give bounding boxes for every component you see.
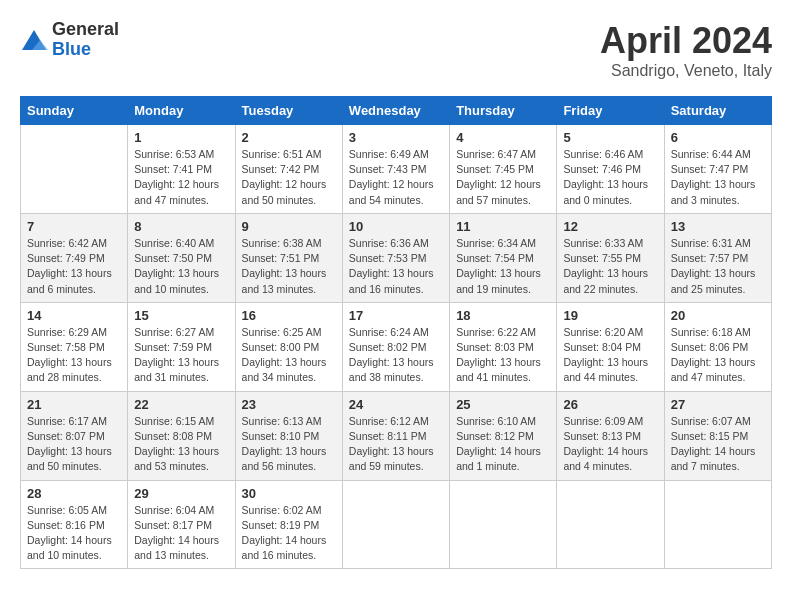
month-title: April 2024 [600,20,772,62]
day-cell: 20Sunrise: 6:18 AMSunset: 8:06 PMDayligh… [664,302,771,391]
day-number: 4 [456,130,550,145]
week-row-1: 1Sunrise: 6:53 AMSunset: 7:41 PMDaylight… [21,125,772,214]
day-cell: 30Sunrise: 6:02 AMSunset: 8:19 PMDayligh… [235,480,342,569]
day-number: 18 [456,308,550,323]
day-info: Sunrise: 6:15 AMSunset: 8:08 PMDaylight:… [134,414,228,475]
day-number: 26 [563,397,657,412]
header-cell-saturday: Saturday [664,97,771,125]
day-info: Sunrise: 6:51 AMSunset: 7:42 PMDaylight:… [242,147,336,208]
day-number: 30 [242,486,336,501]
day-info: Sunrise: 6:53 AMSunset: 7:41 PMDaylight:… [134,147,228,208]
day-info: Sunrise: 6:05 AMSunset: 8:16 PMDaylight:… [27,503,121,564]
day-info: Sunrise: 6:40 AMSunset: 7:50 PMDaylight:… [134,236,228,297]
day-number: 12 [563,219,657,234]
day-cell [450,480,557,569]
day-info: Sunrise: 6:36 AMSunset: 7:53 PMDaylight:… [349,236,443,297]
day-info: Sunrise: 6:44 AMSunset: 7:47 PMDaylight:… [671,147,765,208]
day-cell: 29Sunrise: 6:04 AMSunset: 8:17 PMDayligh… [128,480,235,569]
day-cell: 7Sunrise: 6:42 AMSunset: 7:49 PMDaylight… [21,213,128,302]
day-cell [342,480,449,569]
day-cell [664,480,771,569]
day-number: 6 [671,130,765,145]
day-cell: 19Sunrise: 6:20 AMSunset: 8:04 PMDayligh… [557,302,664,391]
header-cell-monday: Monday [128,97,235,125]
day-cell: 21Sunrise: 6:17 AMSunset: 8:07 PMDayligh… [21,391,128,480]
day-cell: 22Sunrise: 6:15 AMSunset: 8:08 PMDayligh… [128,391,235,480]
day-info: Sunrise: 6:47 AMSunset: 7:45 PMDaylight:… [456,147,550,208]
day-number: 20 [671,308,765,323]
day-number: 24 [349,397,443,412]
day-number: 10 [349,219,443,234]
week-row-4: 21Sunrise: 6:17 AMSunset: 8:07 PMDayligh… [21,391,772,480]
day-cell [557,480,664,569]
day-cell: 18Sunrise: 6:22 AMSunset: 8:03 PMDayligh… [450,302,557,391]
calendar-table: SundayMondayTuesdayWednesdayThursdayFrid… [20,96,772,569]
day-cell: 24Sunrise: 6:12 AMSunset: 8:11 PMDayligh… [342,391,449,480]
day-number: 17 [349,308,443,323]
logo: General Blue [20,20,119,60]
day-cell: 12Sunrise: 6:33 AMSunset: 7:55 PMDayligh… [557,213,664,302]
day-cell: 6Sunrise: 6:44 AMSunset: 7:47 PMDaylight… [664,125,771,214]
week-row-5: 28Sunrise: 6:05 AMSunset: 8:16 PMDayligh… [21,480,772,569]
day-cell: 4Sunrise: 6:47 AMSunset: 7:45 PMDaylight… [450,125,557,214]
day-cell: 13Sunrise: 6:31 AMSunset: 7:57 PMDayligh… [664,213,771,302]
day-info: Sunrise: 6:27 AMSunset: 7:59 PMDaylight:… [134,325,228,386]
day-number: 22 [134,397,228,412]
day-number: 29 [134,486,228,501]
day-info: Sunrise: 6:49 AMSunset: 7:43 PMDaylight:… [349,147,443,208]
day-cell: 9Sunrise: 6:38 AMSunset: 7:51 PMDaylight… [235,213,342,302]
header-cell-friday: Friday [557,97,664,125]
day-cell: 16Sunrise: 6:25 AMSunset: 8:00 PMDayligh… [235,302,342,391]
logo-blue: Blue [52,40,119,60]
day-number: 8 [134,219,228,234]
day-number: 13 [671,219,765,234]
day-info: Sunrise: 6:12 AMSunset: 8:11 PMDaylight:… [349,414,443,475]
day-info: Sunrise: 6:09 AMSunset: 8:13 PMDaylight:… [563,414,657,475]
title-area: April 2024 Sandrigo, Veneto, Italy [600,20,772,80]
logo-icon [20,26,48,54]
day-cell: 11Sunrise: 6:34 AMSunset: 7:54 PMDayligh… [450,213,557,302]
day-number: 1 [134,130,228,145]
day-info: Sunrise: 6:07 AMSunset: 8:15 PMDaylight:… [671,414,765,475]
day-cell: 23Sunrise: 6:13 AMSunset: 8:10 PMDayligh… [235,391,342,480]
day-cell: 25Sunrise: 6:10 AMSunset: 8:12 PMDayligh… [450,391,557,480]
day-cell: 14Sunrise: 6:29 AMSunset: 7:58 PMDayligh… [21,302,128,391]
day-info: Sunrise: 6:10 AMSunset: 8:12 PMDaylight:… [456,414,550,475]
day-cell: 27Sunrise: 6:07 AMSunset: 8:15 PMDayligh… [664,391,771,480]
day-number: 3 [349,130,443,145]
logo-text: General Blue [52,20,119,60]
day-cell: 26Sunrise: 6:09 AMSunset: 8:13 PMDayligh… [557,391,664,480]
day-cell: 5Sunrise: 6:46 AMSunset: 7:46 PMDaylight… [557,125,664,214]
day-number: 21 [27,397,121,412]
page-header: General Blue April 2024 Sandrigo, Veneto… [20,20,772,80]
calendar-body: 1Sunrise: 6:53 AMSunset: 7:41 PMDaylight… [21,125,772,569]
day-number: 7 [27,219,121,234]
day-number: 28 [27,486,121,501]
day-number: 19 [563,308,657,323]
day-info: Sunrise: 6:17 AMSunset: 8:07 PMDaylight:… [27,414,121,475]
header-cell-wednesday: Wednesday [342,97,449,125]
day-info: Sunrise: 6:24 AMSunset: 8:02 PMDaylight:… [349,325,443,386]
day-info: Sunrise: 6:22 AMSunset: 8:03 PMDaylight:… [456,325,550,386]
day-number: 5 [563,130,657,145]
day-info: Sunrise: 6:34 AMSunset: 7:54 PMDaylight:… [456,236,550,297]
day-cell: 1Sunrise: 6:53 AMSunset: 7:41 PMDaylight… [128,125,235,214]
day-info: Sunrise: 6:04 AMSunset: 8:17 PMDaylight:… [134,503,228,564]
calendar-header: SundayMondayTuesdayWednesdayThursdayFrid… [21,97,772,125]
header-cell-tuesday: Tuesday [235,97,342,125]
day-info: Sunrise: 6:02 AMSunset: 8:19 PMDaylight:… [242,503,336,564]
day-cell: 2Sunrise: 6:51 AMSunset: 7:42 PMDaylight… [235,125,342,214]
day-number: 16 [242,308,336,323]
day-cell [21,125,128,214]
day-number: 14 [27,308,121,323]
header-row: SundayMondayTuesdayWednesdayThursdayFrid… [21,97,772,125]
day-cell: 17Sunrise: 6:24 AMSunset: 8:02 PMDayligh… [342,302,449,391]
week-row-2: 7Sunrise: 6:42 AMSunset: 7:49 PMDaylight… [21,213,772,302]
day-info: Sunrise: 6:29 AMSunset: 7:58 PMDaylight:… [27,325,121,386]
day-cell: 10Sunrise: 6:36 AMSunset: 7:53 PMDayligh… [342,213,449,302]
day-number: 15 [134,308,228,323]
day-info: Sunrise: 6:18 AMSunset: 8:06 PMDaylight:… [671,325,765,386]
day-number: 23 [242,397,336,412]
day-cell: 15Sunrise: 6:27 AMSunset: 7:59 PMDayligh… [128,302,235,391]
header-cell-thursday: Thursday [450,97,557,125]
